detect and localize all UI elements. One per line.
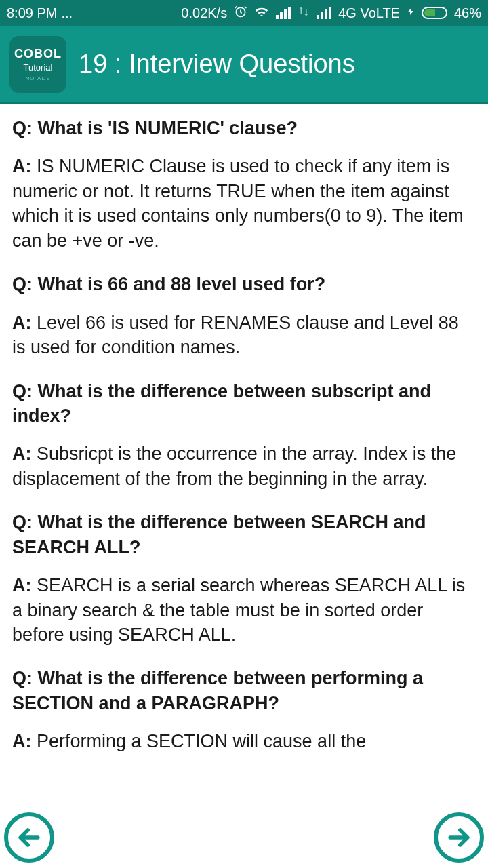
wifi-icon (254, 4, 269, 22)
question-text: Q: What is 66 and 88 level used for? (12, 272, 476, 296)
app-bar: COBOL Tutorial NO-ADS 19 : Interview Que… (0, 26, 488, 104)
battery-icon (422, 7, 447, 19)
alarm-icon (234, 5, 247, 22)
next-button[interactable] (434, 812, 484, 863)
data-arrows-icon (298, 5, 310, 21)
question-text: Q: What is the difference between SEARCH… (12, 510, 476, 559)
app-icon-line1: COBOL (14, 47, 62, 61)
prev-button[interactable] (4, 812, 54, 863)
page-title: 19 : Interview Questions (79, 50, 355, 79)
question-text: Q: What is 'IS NUMERIC' clause? (12, 116, 476, 140)
signal-icon-2 (317, 7, 331, 19)
signal-icon-1 (276, 7, 291, 19)
battery-percent: 46% (454, 5, 481, 21)
network-label: 4G VoLTE (338, 5, 400, 21)
question-text: Q: What is the difference between subscr… (12, 379, 476, 429)
status-bar: 8:09 PM ... 0.02K/s 4G VoLTE 46% (0, 0, 488, 26)
arrow-right-icon (444, 823, 474, 852)
answer-text: A: Performing a SECTION will cause all t… (12, 729, 476, 753)
question-text: Q: What is the difference between perfor… (12, 666, 476, 715)
qa-item: Q: What is 'IS NUMERIC' clause? A: IS NU… (12, 116, 476, 253)
qa-item: Q: What is the difference between SEARCH… (12, 510, 476, 647)
content-area: Q: What is 'IS NUMERIC' clause? A: IS NU… (0, 104, 488, 754)
status-speed: 0.02K/s (181, 5, 227, 21)
status-time: 8:09 PM (7, 5, 57, 21)
arrow-left-icon (14, 823, 44, 852)
answer-text: A: Level 66 is used for RENAMES clause a… (12, 311, 476, 360)
app-icon[interactable]: COBOL Tutorial NO-ADS (9, 36, 66, 93)
app-icon-line2: Tutorial (24, 62, 53, 73)
status-dots: ... (61, 5, 73, 21)
qa-item: Q: What is 66 and 88 level used for? A: … (12, 272, 476, 359)
qa-item: Q: What is the difference between perfor… (12, 666, 476, 753)
answer-text: A: IS NUMERIC Clause is used to check if… (12, 154, 476, 253)
charging-icon (407, 5, 415, 21)
answer-text: A: Subsricpt is the occurrence in the ar… (12, 441, 476, 491)
app-icon-line3: NO-ADS (25, 75, 50, 81)
qa-item: Q: What is the difference between subscr… (12, 379, 476, 492)
answer-text: A: SEARCH is a serial search whereas SEA… (12, 573, 476, 647)
